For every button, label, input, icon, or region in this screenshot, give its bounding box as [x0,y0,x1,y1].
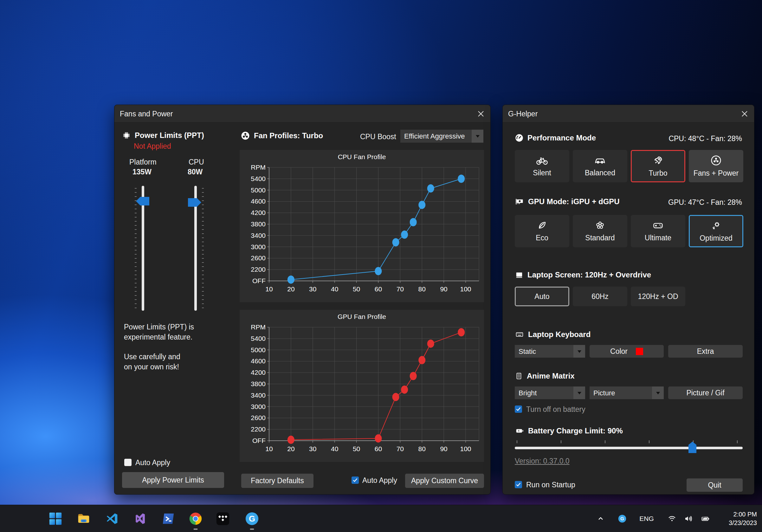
slider-tick [517,440,517,443]
visual-studio-icon [133,511,147,526]
close-icon [477,110,484,117]
cpu-slider-thumb[interactable] [188,198,201,207]
tray-language[interactable]: ENG [639,515,654,522]
gpu-button-standard[interactable]: Standard [573,215,627,247]
svg-text:10: 10 [265,285,272,293]
chevron-down-icon[interactable] [573,345,585,358]
screen-button-auto[interactable]: Auto [515,287,569,306]
keyboard-mode-dropdown[interactable]: Static [515,345,585,358]
apply-power-limits-button[interactable]: Apply Power Limits [122,472,224,488]
gpu-button-ultimate[interactable]: Ultimate [631,215,685,247]
gpu-button-eco[interactable]: Eco [515,215,569,247]
platform-slider-thumb[interactable] [136,197,149,205]
mode-button-silent[interactable]: Silent [515,150,569,182]
battery-limit-slider-track[interactable] [515,447,743,449]
cpu-fan-chart-plot[interactable]: 102030405060708090100OFF2200260030003400… [240,150,484,302]
power-limits-header: Power Limits (PPT) [122,131,204,140]
tray-clock[interactable]: 2:00 PM 3/23/2023 [729,510,757,527]
chevron-down-icon[interactable] [652,387,664,399]
screen-button-120hz-od[interactable]: 120Hz + OD [631,287,685,306]
visual-studio-button[interactable] [133,511,147,526]
bicycle-icon [536,155,548,166]
tidal-button[interactable] [215,511,230,526]
matrix-battery-label: Turn off on battery [526,405,585,414]
version-link[interactable]: Version: 0.37.0.0 [515,457,570,465]
svg-text:2200: 2200 [251,425,266,433]
tray-wifi-button[interactable] [667,514,676,523]
factory-defaults-button[interactable]: Factory Defaults [241,474,314,488]
close-button[interactable] [739,108,750,119]
close-icon [741,110,748,117]
close-button[interactable] [475,108,487,119]
gpu-fan-chart[interactable]: GPU Fan Profile 102030405060708090100OFF… [240,310,484,462]
chevron-down-icon[interactable] [573,387,585,399]
svg-text:G: G [249,514,255,523]
matrix-brightness-dropdown[interactable]: Bright [515,387,585,399]
tray-chevron-button[interactable] [596,514,605,523]
battery-bolt-icon [515,427,524,435]
svg-text:90: 90 [440,445,447,452]
auto-apply-curve-checkbox[interactable] [351,477,359,484]
tray-volume-button[interactable] [684,514,693,523]
mode-button-fans-power[interactable]: Fans + Power [689,150,743,182]
svg-text:4600: 4600 [251,357,266,365]
screen-icon [515,271,524,279]
keyboard-color-button[interactable]: Color [589,345,664,358]
auto-apply-power-checkbox[interactable] [124,459,131,466]
cpu-boost-label: CPU Boost [360,132,396,141]
run-on-startup-checkbox[interactable] [515,481,522,488]
keyboard-extra-button[interactable]: Extra [668,345,743,358]
gear-sparkle-icon [710,220,722,231]
matrix-grid-icon [515,372,523,380]
svg-text:5400: 5400 [251,175,266,182]
cpu-fan-chart[interactable]: CPU Fan Profile 102030405060708090100OFF… [240,150,484,302]
svg-text:5000: 5000 [251,346,266,353]
taskbar: G G ENG [0,505,762,532]
gamepad-icon [652,220,664,231]
cpu-boost-dropdown[interactable]: Efficient Aggressive [400,130,483,143]
fans-titlebar[interactable]: Fans and Power [114,105,491,123]
tray-ghelper-button[interactable]: G [618,514,627,523]
car-icon [594,155,606,166]
gpu-fan-chart-plot[interactable]: 102030405060708090100OFF2200260030003400… [240,310,484,462]
terminal-button[interactable] [161,511,176,526]
apply-custom-curve-button[interactable]: Apply Custom Curve [405,474,484,488]
gauge-icon [515,133,524,142]
file-explorer-button[interactable] [76,511,91,526]
svg-text:4200: 4200 [251,369,266,376]
svg-text:3400: 3400 [251,232,266,239]
fans-and-power-window: Fans and Power Power Limits (PPT) Not Ap… [114,105,491,494]
chevron-down-icon[interactable] [472,130,483,143]
cpu-slider-ticks [202,188,204,309]
matrix-running-dropdown[interactable]: Picture [589,387,664,399]
anime-matrix-title: Anime Matrix [527,372,575,380]
platform-label: Platform [129,158,157,167]
svg-text:OFF: OFF [252,437,266,444]
check-icon [353,478,357,482]
gpu-button-optimized[interactable]: Optimized [689,215,743,247]
svg-text:50: 50 [353,445,360,452]
chrome-button[interactable] [188,511,203,526]
matrix-battery-checkbox[interactable] [515,406,522,413]
svg-text:4200: 4200 [251,209,266,216]
svg-text:100: 100 [460,285,471,293]
svg-text:30: 30 [309,285,316,293]
power-limits-note-1: Power Limits (PPT) is experimental featu… [124,322,194,342]
ghelper-titlebar[interactable]: G-Helper [503,105,754,123]
start-button[interactable] [48,511,63,526]
mode-button-balanced[interactable]: Balanced [573,150,627,182]
run-on-startup-label: Run on Startup [526,481,575,489]
quit-button[interactable]: Quit [687,479,743,492]
matrix-picture-gif-button[interactable]: Picture / Gif [668,387,743,399]
ghelper-taskbar-button[interactable]: G [245,511,259,526]
battery-limit-slider-thumb[interactable] [688,442,696,453]
screen-button-60hz[interactable]: 60Hz [573,287,627,306]
anime-matrix-header: Anime Matrix [515,372,575,380]
vscode-button[interactable] [105,511,119,526]
svg-text:20: 20 [287,445,294,452]
cpu-value: 80W [188,168,202,176]
fan-profiles-title: Fan Profiles: Turbo [254,131,323,140]
mode-button-turbo[interactable]: Turbo [631,150,685,182]
tray-battery-button[interactable] [701,514,710,523]
matrix-running-value: Picture [593,389,615,397]
